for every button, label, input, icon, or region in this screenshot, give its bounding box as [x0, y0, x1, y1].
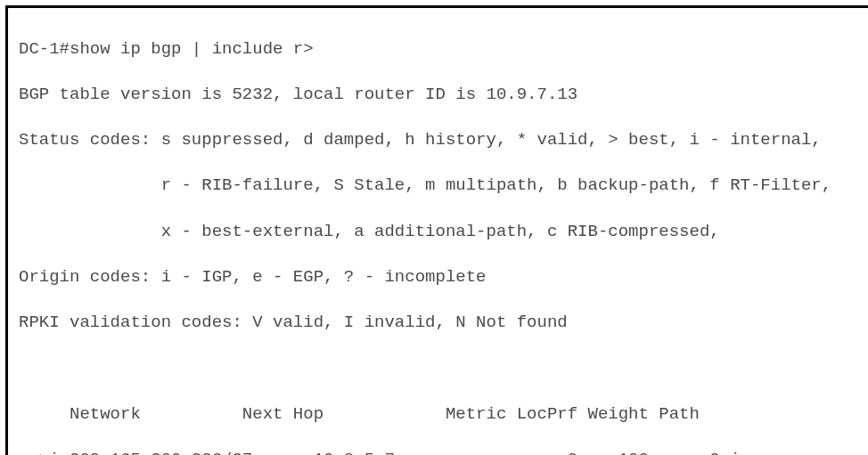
terminal-window: DC-1#show ip bgp | include r> BGP table … [5, 5, 868, 455]
bgp-origin: Origin codes: i - IGP, e - EGP, ? - inco… [19, 266, 860, 289]
bgp-header: BGP table version is 5232, local router … [19, 84, 860, 107]
prompt-char: # [60, 39, 70, 59]
bgp-status-2: r - RIB-failure, S Stale, m multipath, b… [19, 175, 860, 198]
bgp-col-header: Network Next Hop Metric LocPrf Weight Pa… [19, 403, 860, 427]
bgp-rpki: RPKI validation codes: V valid, I invali… [19, 312, 860, 335]
bgp-status-1: Status codes: s suppressed, d damped, h … [19, 129, 860, 152]
blank-line [19, 358, 860, 381]
command-1: show ip bgp | include r> [70, 39, 314, 59]
hostname: DC-1 [19, 39, 60, 59]
prompt-line-cmd1: DC-1#show ip bgp | include r> [19, 38, 860, 61]
bgp-row-0: r>i 209.165.200.226/27 10.8.5.7 0 100 0 … [19, 449, 860, 455]
bgp-status-3: x - best-external, a additional-path, c … [19, 221, 860, 244]
